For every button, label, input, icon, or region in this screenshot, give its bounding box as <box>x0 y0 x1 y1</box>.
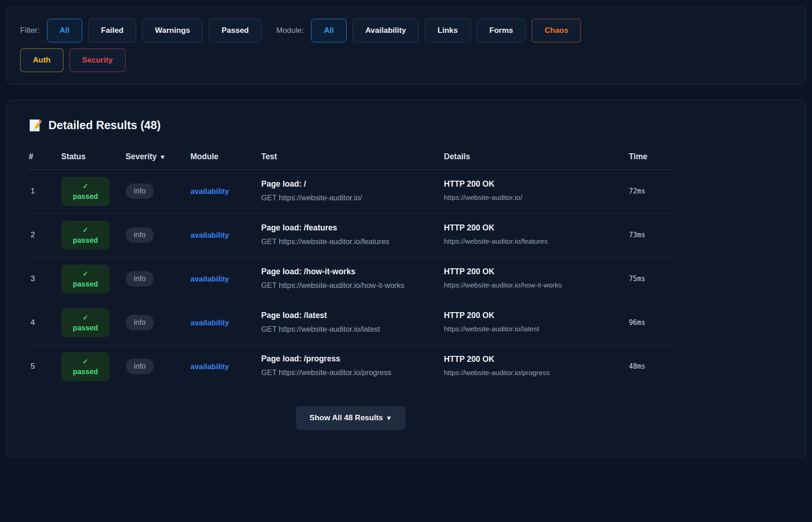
column-header-num[interactable]: # <box>29 152 61 162</box>
details-status: HTTP 200 OK <box>444 311 615 320</box>
status-cell: ✓ passed <box>61 352 126 381</box>
show-all-label: Show All 48 Results <box>310 413 383 422</box>
check-icon: ✓ <box>83 269 89 279</box>
module-link[interactable]: availability <box>190 362 261 371</box>
filter-warnings-button[interactable]: Warnings <box>142 19 203 42</box>
details-cell: HTTP 200 OK https://website-auditor.io/ <box>444 179 629 203</box>
status-badge: ✓ passed <box>61 265 110 293</box>
test-cell: Page load: /features GET https://website… <box>261 223 444 248</box>
chevron-down-icon: ▼ <box>386 414 392 422</box>
filter-failed-button[interactable]: Failed <box>88 19 136 42</box>
results-table-header: # Status Severity▼ Module Test Details T… <box>29 152 673 170</box>
details-cell: HTTP 200 OK https://website-auditor.io/f… <box>444 223 629 247</box>
details-status: HTTP 200 OK <box>444 179 615 189</box>
severity-badge: info <box>126 183 154 199</box>
detailed-results-panel: 📝 Detailed Results (48) # Status Severit… <box>6 100 806 458</box>
severity-cell: info <box>126 227 190 243</box>
column-header-test[interactable]: Test <box>261 152 444 162</box>
filter-passed-button[interactable]: Passed <box>209 19 262 42</box>
details-cell: HTTP 200 OK https://website-auditor.io/l… <box>444 311 629 334</box>
module-auth-button[interactable]: Auth <box>20 48 63 72</box>
response-time: 73ms <box>629 231 673 239</box>
filter-bar: Filter: All Failed Warnings Passed Modul… <box>6 6 806 84</box>
status-badge: ✓ passed <box>61 177 110 206</box>
status-badge: ✓ passed <box>61 308 110 337</box>
row-number: 3 <box>29 274 61 283</box>
test-request: GET https://website-auditor.io/progress <box>261 367 428 379</box>
module-link[interactable]: availability <box>190 231 261 240</box>
row-number: 5 <box>29 362 61 371</box>
table-row: 5 ✓ passed info availability Page load: … <box>29 345 673 389</box>
test-request: GET https://website-auditor.io/features <box>261 236 428 248</box>
column-header-module[interactable]: Module <box>190 152 261 162</box>
details-status: HTTP 200 OK <box>444 267 615 277</box>
details-url: https://website-auditor.io/features <box>444 236 615 247</box>
status-badge: ✓ passed <box>61 352 110 381</box>
show-all-results-button[interactable]: Show All 48 Results▼ <box>296 406 406 430</box>
response-time: 72ms <box>629 187 673 195</box>
table-row: 3 ✓ passed info availability Page load: … <box>29 257 673 301</box>
show-all-container: Show All 48 Results▼ <box>29 406 673 430</box>
test-name: Page load: /latest <box>261 311 428 320</box>
column-header-severity[interactable]: Severity▼ <box>126 152 190 162</box>
response-time: 96ms <box>629 318 673 327</box>
details-url: https://website-auditor.io/progress <box>444 367 615 378</box>
module-filter-label: Module: <box>276 26 304 35</box>
column-header-details[interactable]: Details <box>444 152 629 162</box>
status-filter-label: Filter: <box>20 26 40 35</box>
severity-cell: info <box>126 359 190 374</box>
severity-badge: info <box>126 271 154 287</box>
test-request: GET https://website-auditor.io/ <box>261 192 428 204</box>
table-row: 2 ✓ passed info availability Page load: … <box>29 214 673 257</box>
module-all-button[interactable]: All <box>311 19 347 42</box>
details-cell: HTTP 200 OK https://website-auditor.io/h… <box>444 267 629 291</box>
status-cell: ✓ passed <box>61 308 126 337</box>
results-title: 📝 Detailed Results (48) <box>29 119 783 132</box>
test-cell: Page load: /latest GET https://website-a… <box>261 311 444 335</box>
details-cell: HTTP 200 OK https://website-auditor.io/p… <box>444 355 629 378</box>
module-links-button[interactable]: Links <box>425 19 470 42</box>
check-icon: ✓ <box>83 181 89 191</box>
table-row: 4 ✓ passed info availability Page load: … <box>29 301 673 345</box>
response-time: 48ms <box>629 362 673 371</box>
table-row: 1 ✓ passed info availability Page load: … <box>29 170 673 214</box>
severity-badge: info <box>126 315 154 330</box>
row-number: 1 <box>29 187 61 196</box>
row-number: 2 <box>29 230 61 240</box>
status-label: passed <box>73 366 98 377</box>
module-forms-button[interactable]: Forms <box>477 19 526 42</box>
status-label: passed <box>73 191 98 202</box>
severity-badge: info <box>126 359 154 374</box>
status-cell: ✓ passed <box>61 221 126 250</box>
status-cell: ✓ passed <box>61 177 126 206</box>
test-request: GET https://website-auditor.io/how-it-wo… <box>261 280 428 292</box>
row-number: 4 <box>29 318 61 327</box>
details-status: HTTP 200 OK <box>444 223 615 233</box>
column-header-time[interactable]: Time <box>629 152 673 162</box>
module-availability-button[interactable]: Availability <box>353 19 419 42</box>
status-cell: ✓ passed <box>61 265 126 293</box>
details-url: https://website-auditor.io/latest <box>444 324 615 334</box>
module-link[interactable]: availability <box>190 318 261 327</box>
test-name: Page load: /progress <box>261 354 428 364</box>
details-url: https://website-auditor.io/ <box>444 192 615 203</box>
check-icon: ✓ <box>83 356 89 366</box>
test-request: GET https://website-auditor.io/latest <box>261 324 428 335</box>
test-name: Page load: /features <box>261 223 428 233</box>
test-cell: Page load: /how-it-works GET https://web… <box>261 267 444 292</box>
module-security-button[interactable]: Security <box>69 48 126 72</box>
module-link[interactable]: availability <box>190 275 261 283</box>
results-table-body: 1 ✓ passed info availability Page load: … <box>29 170 673 389</box>
filter-row-secondary: Auth Security <box>20 48 792 72</box>
results-table: # Status Severity▼ Module Test Details T… <box>29 152 673 430</box>
module-chaos-button[interactable]: Chaos <box>532 19 581 42</box>
test-cell: Page load: / GET https://website-auditor… <box>261 179 444 204</box>
status-badge: ✓ passed <box>61 221 110 250</box>
response-time: 75ms <box>629 275 673 283</box>
column-header-status[interactable]: Status <box>61 152 126 162</box>
details-url: https://website-auditor.io/how-it-works <box>444 280 615 291</box>
filter-all-button[interactable]: All <box>47 19 83 42</box>
check-icon: ✓ <box>83 313 89 323</box>
module-link[interactable]: availability <box>190 187 261 196</box>
sort-descending-icon: ▼ <box>159 153 166 161</box>
